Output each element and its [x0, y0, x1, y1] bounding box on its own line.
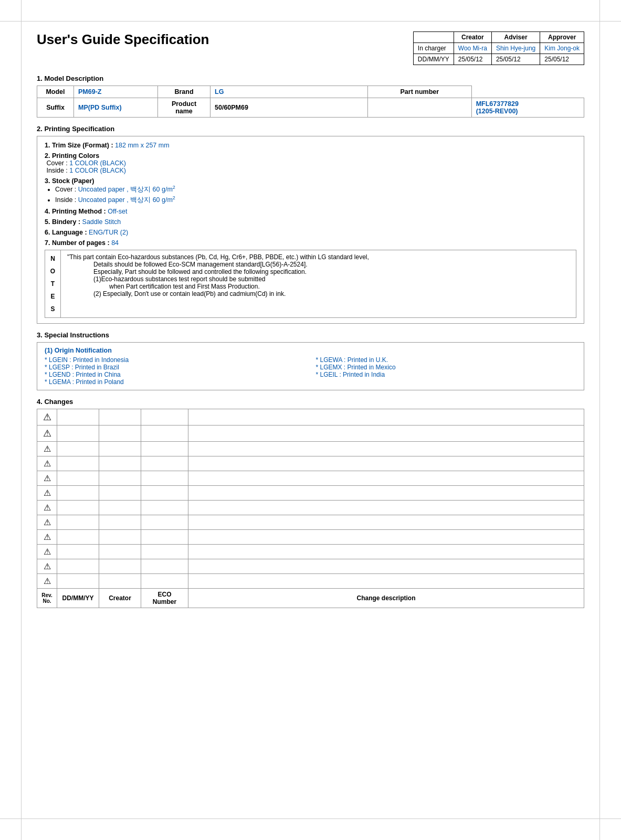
- origin-title: (1) Origin Notification: [45, 347, 576, 354]
- revision-icon-6: ⚠: [37, 486, 57, 501]
- revision-icon-2: ⚠: [37, 426, 57, 442]
- table-row: ⚠: [37, 530, 584, 545]
- page-title: User's Guide Specification: [37, 31, 403, 48]
- table-row: ⚠: [37, 559, 584, 574]
- bindery-item: 5. Bindery : Saddle Stitch: [45, 218, 576, 226]
- suffix-value: MP(PD Suffix): [74, 98, 158, 118]
- stock-inside-value: Uncoated paper , 백상지 60 g/m2: [78, 196, 175, 204]
- table-row: ⚠: [37, 471, 584, 486]
- revision-icon-3: ⚠: [37, 442, 57, 456]
- origin-lgema: * LGEMA : Printed in Poland: [45, 378, 306, 386]
- table-row: ⚠: [37, 426, 584, 442]
- table-row: ⚠: [37, 574, 584, 589]
- info-header-approver: Approver: [540, 32, 584, 43]
- inside-value: 1 COLOR (BLACK): [69, 167, 126, 174]
- bindery-label: 5. Bindery :: [45, 218, 80, 226]
- origin-lgewa: * LGEWA : Printed in U.K.: [316, 356, 577, 364]
- language-value: ENG/TUR (2): [89, 229, 128, 236]
- trim-size-label: 1. Trim Size (Format) :: [45, 142, 113, 149]
- section1-heading: 1. Model Description: [37, 75, 584, 82]
- revision-icon-9: ⚠: [37, 530, 57, 545]
- origin-lgeil: * LGEIL : Printed in India: [316, 371, 577, 378]
- notes-line-1: "This part contain Eco-hazardous substan…: [67, 253, 369, 261]
- table-row: ⚠: [37, 515, 584, 530]
- table-row: ⚠: [37, 409, 584, 426]
- origin-lgend: * LGEND : Printed in China: [45, 371, 306, 378]
- info-date-adviser: 25/05/12: [491, 54, 540, 65]
- changes-header-date: DD/MM/YY: [57, 589, 99, 608]
- info-label-date: DD/MM/YY: [413, 54, 454, 65]
- notes-content: "This part contain Eco-hazardous substan…: [61, 250, 576, 318]
- cover-value: 1 COLOR (BLACK): [69, 160, 126, 167]
- trim-size-value: 182 mm x 257 mm: [115, 142, 170, 149]
- origin-lgein: * LGEIN : Printed in Indonesia: [45, 356, 306, 364]
- info-approver: Kim Jong-ok: [540, 43, 584, 54]
- revision-icon-5: ⚠: [37, 471, 57, 486]
- table-row: ⚠: [37, 501, 584, 515]
- change-creator-2: [99, 426, 141, 442]
- change-date-2: [57, 426, 99, 442]
- product-name-value: 50/60PM69: [210, 98, 368, 118]
- cover-label: Cover :: [45, 160, 69, 167]
- info-adviser: Shin Hye-jung: [491, 43, 540, 54]
- header-area: User's Guide Specification Creator Advis…: [37, 31, 584, 65]
- table-row: ⚠: [37, 486, 584, 501]
- changes-header-row: Rev.No. DD/MM/YY Creator ECO Number Chan…: [37, 589, 584, 608]
- method-item: 4. Printing Method : Off-set: [45, 208, 576, 215]
- change-creator-1: [99, 409, 141, 426]
- changes-header-desc: Change description: [188, 589, 584, 608]
- origin-lgemx: * LGEMX : Printed in Mexico: [316, 364, 577, 371]
- table-row: ⚠: [37, 545, 584, 559]
- section3-heading: 3. Special Instructions: [37, 331, 584, 339]
- notes-line-2: Details should be followed Eco-SCM manag…: [93, 261, 308, 268]
- stock-item: 3. Stock (Paper) Cover : Uncoated paper …: [45, 177, 576, 205]
- info-table: Creator Adviser Approver In charger Woo …: [413, 31, 584, 65]
- suffix-label: Suffix: [37, 98, 74, 118]
- change-desc-1: [188, 409, 584, 426]
- change-eco-2: [141, 426, 188, 442]
- revision-icon-8: ⚠: [37, 515, 57, 530]
- origin-grid: * LGEIN : Printed in Indonesia * LGESP :…: [45, 356, 576, 386]
- changes-header-creator: Creator: [99, 589, 141, 608]
- change-desc-2: [188, 426, 584, 442]
- model-value: PM69-Z: [74, 86, 158, 98]
- stock-inside-item: Inside : Uncoated paper , 백상지 60 g/m2: [55, 195, 576, 205]
- section2-heading: 2. Printing Specification: [37, 125, 584, 133]
- margin-line-bottom: [0, 818, 621, 819]
- product-name-label: Product name: [158, 98, 210, 118]
- origin-right-col: * LGEWA : Printed in U.K. * LGEMX : Prin…: [316, 356, 577, 386]
- brand-label: Brand: [158, 86, 210, 98]
- method-label: 4. Printing Method :: [45, 208, 106, 215]
- spec-box: 1. Trim Size (Format) : 182 mm x 257 mm …: [37, 136, 584, 324]
- margin-line-left: [21, 0, 22, 840]
- notes-table: NOTES "This part contain Eco-hazardous s…: [45, 250, 576, 318]
- title-block: User's Guide Specification: [37, 31, 403, 48]
- stock-inside-label: Inside :: [55, 196, 78, 204]
- changes-header-rev: Rev.No.: [37, 589, 57, 608]
- info-header-adviser: Adviser: [491, 32, 540, 43]
- section4-heading: 4. Changes: [37, 398, 584, 406]
- margin-line-top: [0, 21, 621, 22]
- changes-table: ⚠ ⚠ ⚠ ⚠ ⚠ ⚠ ⚠ ⚠ ⚠ ⚠: [37, 409, 584, 608]
- pages-label: 7. Number of pages :: [45, 239, 110, 247]
- info-creator: Woo Mi-ra: [454, 43, 491, 54]
- stock-cover-value: Uncoated paper , 백상지 60 g/m2: [78, 186, 175, 193]
- bindery-value: Saddle Stitch: [82, 218, 121, 226]
- trim-size-item: 1. Trim Size (Format) : 182 mm x 257 mm: [45, 142, 576, 149]
- table-row: ⚠: [37, 442, 584, 456]
- revision-icon-1: ⚠: [37, 409, 57, 426]
- change-date-1: [57, 409, 99, 426]
- revision-icon-11: ⚠: [37, 559, 57, 574]
- revision-icon-12: ⚠: [37, 574, 57, 589]
- stock-cover-item: Cover : Uncoated paper , 백상지 60 g/m2: [55, 185, 576, 194]
- model-label: Model: [37, 86, 74, 98]
- special-box: (1) Origin Notification * LGEIN : Printe…: [37, 342, 584, 390]
- revision-icon-4: ⚠: [37, 456, 57, 471]
- origin-lgesp: * LGESP : Printed in Brazil: [45, 364, 306, 371]
- language-item: 6. Language : ENG/TUR (2): [45, 229, 576, 236]
- info-date-approver: 25/05/12: [540, 54, 584, 65]
- notes-line-5: when Part certification test and First M…: [109, 283, 260, 290]
- language-label: 6. Language :: [45, 229, 87, 236]
- stock-cover-label: Cover :: [55, 186, 78, 193]
- part-number-label: Part number: [368, 86, 472, 98]
